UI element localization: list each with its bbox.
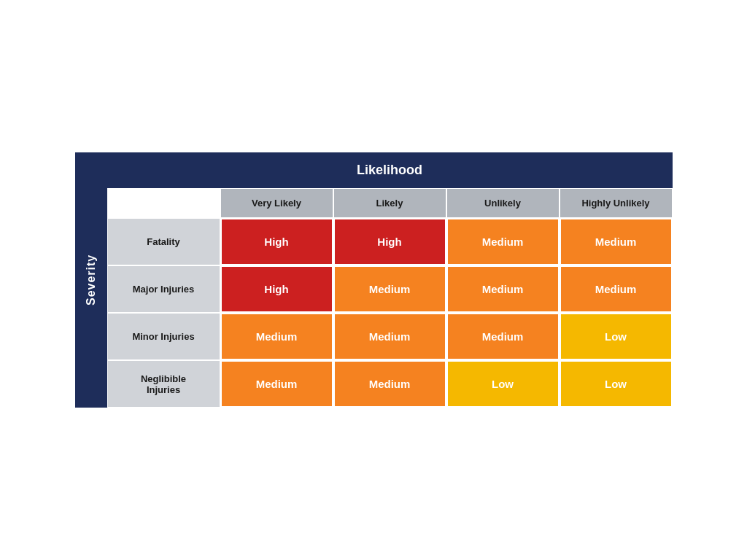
table-area: Likelihood Very Likely Likely Unlikely H… bbox=[107, 152, 673, 408]
cell-negligible-very-likely: Medium bbox=[220, 360, 333, 408]
cell-major-unlikely: Medium bbox=[446, 265, 560, 313]
row-negligible-injuries: Neglibible Injuries Medium Medium Low Lo… bbox=[107, 360, 673, 408]
row-major-injuries: Major Injuries High Medium Medium Medium bbox=[107, 265, 673, 313]
row-label-major-injuries: Major Injuries bbox=[107, 265, 220, 313]
row-label-negligible-injuries: Neglibible Injuries bbox=[107, 360, 220, 408]
cell-negligible-likely: Medium bbox=[333, 360, 446, 408]
cell-fatality-likely: High bbox=[333, 218, 446, 265]
severity-label: Severity bbox=[75, 152, 107, 408]
risk-matrix: Severity Likelihood Very Likely Likely U… bbox=[75, 152, 673, 408]
subheader-row: Very Likely Likely Unlikely Highly Unlik… bbox=[107, 188, 673, 218]
cell-minor-highly-unlikely: Low bbox=[560, 313, 673, 360]
row-minor-injuries: Minor Injuries Medium Medium Medium Low bbox=[107, 313, 673, 360]
col-header-empty bbox=[107, 188, 220, 218]
likelihood-header: Likelihood bbox=[107, 152, 673, 188]
cell-minor-very-likely: Medium bbox=[220, 313, 333, 360]
cell-major-highly-unlikely: Medium bbox=[560, 265, 673, 313]
cell-negligible-highly-unlikely: Low bbox=[560, 360, 673, 408]
row-label-minor-injuries: Minor Injuries bbox=[107, 313, 220, 360]
col-header-highly-unlikely: Highly Unlikely bbox=[560, 188, 673, 218]
col-header-unlikely: Unlikely bbox=[446, 188, 560, 218]
data-rows: Fatality High High Medium Medium Major bbox=[107, 218, 673, 408]
cell-minor-unlikely: Medium bbox=[446, 313, 560, 360]
cell-fatality-very-likely: High bbox=[220, 218, 333, 265]
cell-fatality-highly-unlikely: Medium bbox=[560, 218, 673, 265]
cell-major-very-likely: High bbox=[220, 265, 333, 313]
cell-minor-likely: Medium bbox=[333, 313, 446, 360]
cell-fatality-unlikely: Medium bbox=[446, 218, 560, 265]
col-header-very-likely: Very Likely bbox=[220, 188, 333, 218]
cell-negligible-unlikely: Low bbox=[446, 360, 560, 408]
col-header-likely: Likely bbox=[333, 188, 446, 218]
row-label-fatality: Fatality bbox=[107, 218, 220, 265]
cell-major-likely: Medium bbox=[333, 265, 446, 313]
row-fatality: Fatality High High Medium Medium bbox=[107, 218, 673, 265]
